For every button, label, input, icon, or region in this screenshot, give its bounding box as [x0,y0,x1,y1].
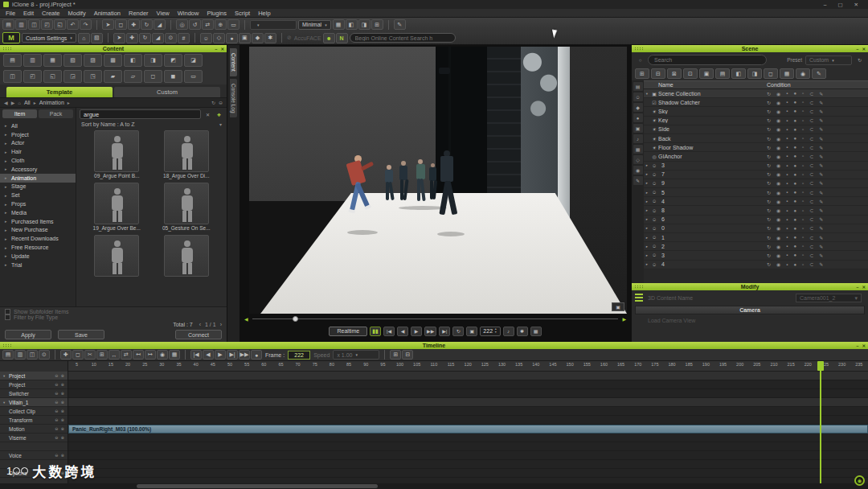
lock-icon[interactable]: ▪ [786,100,788,105]
menu-item[interactable]: Render [125,10,153,17]
content-tab[interactable]: Template [6,87,113,97]
scene-row[interactable]: ▸ ☺ _4 ↻ ◉ ▪ ● ▫ ⊂ ✎ [644,197,868,206]
content-thumbnail[interactable] [84,235,149,284]
tree-item[interactable]: ▸Stage [0,183,76,191]
motion-director-logo[interactable]: M [2,32,20,43]
track-row[interactable]: Viseme ⊖ ⊗ [0,434,68,442]
apply-button[interactable]: Apply [5,330,51,339]
tree-item[interactable]: ▸Free Resource [0,243,76,252]
thumbnail-image[interactable] [94,183,139,224]
tree-expand-icon[interactable]: ▸ [5,193,9,198]
lock-icon[interactable]: ▪ [786,253,788,257]
track-row[interactable]: ⊖ ⊗ [0,442,68,451]
character-crowd[interactable] [397,161,410,203]
clone-icon[interactable]: ⊂ [809,109,813,114]
tree-item[interactable]: ▸Accessory [0,165,76,174]
online-content-search-input[interactable] [350,33,456,43]
scene-row[interactable]: ▸ ☺ _0 ↻ ◉ ▪ ● ▫ ⊂ ✎ [644,224,868,233]
tree-item[interactable]: ▸Actor [0,139,76,148]
render-icon[interactable]: ● [793,100,796,105]
3d-viewport[interactable]: ▣ [249,47,627,314]
shadow-icon[interactable]: ▫ [802,136,804,141]
visible-icon[interactable]: ◉ [776,199,780,204]
scene-row[interactable]: ▸ ☺ _2 ↻ ◉ ▪ ● ▫ ⊂ ✎ [644,242,868,251]
frame-display[interactable]: 222 ▲▼ [480,327,500,336]
clone-icon[interactable]: ⊂ [809,225,813,231]
link-icon[interactable]: ↻ [767,162,771,168]
shadow-icon[interactable]: ▫ [802,181,804,186]
link-icon[interactable]: ↻ [767,126,771,132]
tree-expand-icon[interactable]: ▸ [5,158,9,163]
content-tool-icon[interactable]: ▱ [124,70,142,83]
zoom-icon[interactable]: ⊕ [215,19,227,30]
content-tool-icon[interactable]: ▨ [84,54,102,67]
scene-row[interactable]: ☀ Floor Shadow ↻ ◉ ▪ ● ▫ ⊂ ✎ [644,143,868,152]
track-option-icons[interactable]: ⊖ ⊗ [55,373,65,378]
filter-accessory-icon[interactable]: ◇ [633,155,643,164]
scene-tool-icon[interactable]: ⊠ [667,68,682,79]
clone-icon[interactable]: ⊂ [809,126,813,132]
rollout-handle-icon[interactable] [635,294,643,302]
render-icon[interactable]: ● [793,181,796,186]
edit-icon[interactable]: ✎ [819,100,823,105]
tree-expand-icon[interactable]: ▸ [5,132,9,137]
visible-icon[interactable]: ◉ [776,244,780,249]
row-expand-icon[interactable]: ▸ [644,181,650,185]
content-tool-icon[interactable]: ◨ [144,54,162,67]
visible-icon[interactable]: ◉ [776,225,780,231]
tree-expand-icon[interactable]: ▸ [5,245,9,250]
select-range-icon[interactable]: ◻ [72,350,84,360]
breadcrumb-root[interactable]: All [24,100,31,105]
play-button[interactable]: ▶ [411,327,422,336]
track-option-icons[interactable]: ⊖ ⊗ [55,417,65,422]
edit-icon[interactable]: ✎ [819,117,823,123]
shadow-icon[interactable]: ▫ [802,208,804,213]
visible-icon[interactable]: ◉ [776,190,780,195]
scrub-left-icon[interactable]: ◀ [244,316,248,322]
split-view-icon[interactable]: ⊞ [371,19,383,30]
edit-icon[interactable]: ✎ [819,126,823,132]
scene-row[interactable]: ▾ ▣ Scene Collection ↻ ◉ ▪ ● ▫ ⊂ ✎ [644,89,868,98]
render-icon[interactable]: ● [793,145,796,150]
render-icon[interactable]: ● [793,109,796,113]
lock-icon[interactable]: ▪ [786,91,788,96]
viewport-camera-badge[interactable]: ▣ [612,302,624,311]
tree-expand-icon[interactable]: ▸ [5,175,9,180]
panel-minimize-icon[interactable]: − [215,47,217,51]
clone-icon[interactable]: ⊂ [809,244,813,249]
maximize-button[interactable]: ▢ [837,2,842,8]
pivot-tool-icon[interactable]: ⊙ [165,33,177,43]
align-right-icon[interactable]: ↦ [145,350,156,360]
collapse-icon[interactable]: ⊖ [219,100,223,105]
tree-item[interactable]: ▸Props [0,199,76,208]
filter-camera-icon[interactable]: ▣ [633,124,643,133]
thumbnail-image[interactable] [164,130,209,172]
merge-clip-icon[interactable]: ⊞ [96,350,108,360]
track-option-icons[interactable]: ⊖ ⊗ [55,453,65,458]
shadow-icon[interactable]: ▫ [802,253,804,257]
link-icon[interactable]: ↻ [767,208,771,213]
visible-icon[interactable]: ◉ [776,235,780,240]
content-tool-icon[interactable]: ◰ [23,70,42,83]
timeline-ruler[interactable]: 5101520253035404550556065707580859095100… [68,361,868,372]
dock-tab[interactable]: Content [230,48,237,76]
content-thumbnail[interactable]: 18_Argue Over Di... [154,130,219,179]
timeline-tracks-area[interactable]: 5101520253035404550556065707580859095100… [68,361,868,483]
visible-icon[interactable]: ◉ [776,253,780,258]
lock-icon[interactable]: ▪ [786,127,788,132]
tree-item[interactable]: ▸Cloth [0,156,76,165]
settings-button[interactable]: ✱ [517,327,528,336]
prop-icon[interactable]: ◇ [213,33,225,43]
record-icon[interactable]: ● [251,350,262,360]
menu-item[interactable]: Window [174,10,203,17]
scale-icon[interactable]: ◢ [154,19,166,30]
shadow-icon[interactable]: ▫ [802,217,804,222]
shadow-icon[interactable]: ▫ [802,190,804,195]
content-search-input[interactable] [80,109,201,119]
export-icon[interactable]: ◱ [54,19,66,30]
scene-row[interactable]: ☀ Key ↻ ◉ ▪ ● ▫ ⊂ ✎ [644,117,868,125]
camera-section-header[interactable]: Camera [635,306,865,314]
edit-icon[interactable]: ✎ [819,208,823,213]
content-tool-icon[interactable]: ▭ [184,70,203,83]
visible-icon[interactable]: ◉ [776,171,780,177]
